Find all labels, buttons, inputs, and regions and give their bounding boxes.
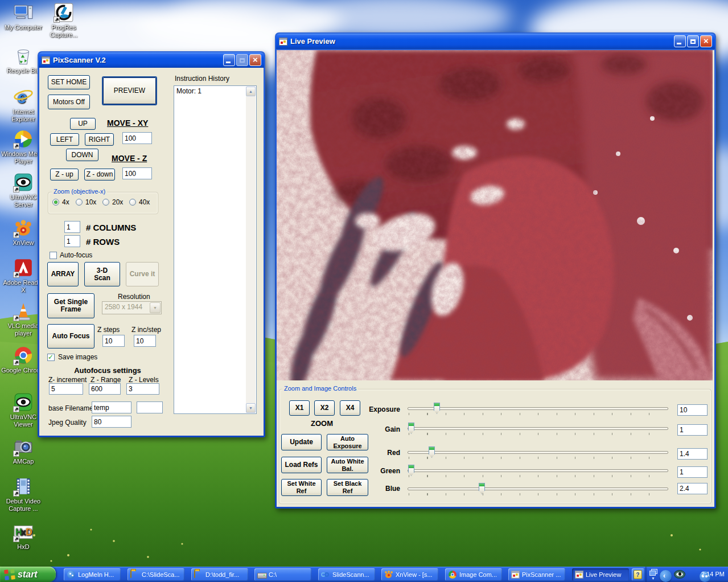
pixscanner-title-bar[interactable]: PixScanner V.2 [39,52,264,68]
xy-step-input[interactable] [122,132,152,144]
exposure-value-input[interactable] [677,404,708,416]
taskbar-item-live-preview[interactable]: Live Preview [572,568,629,581]
taskbar-item-slidescann[interactable]: SlideScann... [318,568,375,581]
zoom-20x-radio[interactable] [102,199,109,206]
desktop-toolbar-icon[interactable] [649,569,657,575]
shortcut-arrow-icon [13,315,19,321]
red-value-input[interactable] [677,448,708,460]
set-white-ref-button[interactable]: Set White Ref [281,479,322,496]
z-range-input[interactable] [89,383,121,395]
logmein-icon [67,571,76,579]
pixscanner-app-icon [42,56,50,64]
desktop-icon-debut-video-capture[interactable]: Debut Video Capture ... [1,476,46,513]
taskbar-item-c-drive[interactable]: C:\ [254,568,311,581]
instruction-history-scrollbar[interactable] [246,87,256,413]
resolution-value: 2580 x 1944 [105,303,142,311]
hide-tray-icons-button[interactable]: ‹ [660,570,672,582]
instruction-history-item[interactable]: Motor: 1 [174,86,256,96]
auto-focus-button[interactable]: Auto Focus [47,324,94,349]
red-slider-track[interactable] [408,451,668,454]
taskbar-item-label: PixScanner ... [522,571,561,578]
base-filename-input[interactable] [92,401,131,413]
zoom-x2-button[interactable]: X2 [314,400,335,416]
columns-input[interactable] [64,221,80,233]
update-button[interactable]: Update [281,434,322,450]
get-single-frame-button[interactable]: Get Single Frame [47,293,94,318]
scroll-up-icon[interactable] [246,87,256,96]
load-refs-button[interactable]: Load Refs [281,457,322,473]
move-xy-label: MOVE - XY [107,118,148,128]
taskbar-item-xnview[interactable]: XnView - [s... [381,568,438,581]
taskbar-item-image-com[interactable]: Image Com... [445,568,502,581]
green-value-input[interactable] [677,466,708,478]
move-right-button[interactable]: RIGHT [85,133,114,146]
green-slider-track[interactable] [408,469,668,472]
zoom-10x-label: 10x [85,198,96,206]
gain-value-input[interactable] [677,424,708,436]
z-steps-input[interactable] [102,335,125,347]
base-filename-label: base Filename [48,404,93,412]
taskbar-item-c-slidesca[interactable]: C:\SlideSca... [127,568,184,581]
google-chrome-icon [13,345,34,366]
z-up-button[interactable]: Z - up [50,169,79,181]
gain-slider-track[interactable] [408,427,668,430]
taskbar-item-logmein[interactable]: LogMeIn H... [64,568,121,581]
z-levels-label: Z - Levels [129,376,159,384]
close-button[interactable] [700,35,712,47]
taskbar-item-help[interactable]: ? [632,568,644,581]
blue-value-input[interactable] [677,483,708,494]
base-filename-extra-input[interactable] [137,401,163,413]
maximize-button[interactable] [687,35,699,47]
array-button[interactable]: ARRAY [47,262,79,286]
desktop-icon-hxd[interactable]: HxD HxD [1,522,46,551]
move-up-button[interactable]: UP [70,118,96,130]
auto-exposure-button[interactable]: Auto Exposure [327,434,368,450]
desktop-icon-progres-capture[interactable]: ProgRes Capture... [42,2,86,39]
close-button[interactable] [249,54,261,66]
z-inc-step-label: Z inc/step [131,326,161,334]
instruction-history-list[interactable]: Motor: 1 [174,85,257,414]
jpeg-quality-label: Jpeg Quality [48,419,87,427]
scroll-down-icon[interactable] [246,403,256,413]
z-increment-label: Z- increment [48,376,87,384]
folder-icon [194,571,203,579]
toolbar-expand-chevron-icon[interactable]: ▼ [651,576,655,580]
z-step-input[interactable] [122,167,152,179]
blue-slider-ticks [409,493,666,495]
exposure-slider-track[interactable] [408,407,668,410]
minimize-button[interactable] [223,54,235,66]
rows-input[interactable] [64,235,80,247]
zoom-4x-radio[interactable] [52,199,59,206]
blue-slider-label: Blue [349,485,400,493]
desktop-icon-my-computer[interactable]: My Computer [1,2,46,31]
z-down-button[interactable]: Z - down [84,169,115,181]
minimize-button[interactable] [674,35,686,47]
auto-focus-checkbox[interactable] [50,252,57,259]
taskbar-item-d-todd-fir[interactable]: D:\todd_fir... [191,568,248,581]
jpeg-quality-input[interactable] [92,416,131,428]
move-left-button[interactable]: LEFT [50,133,79,146]
set-home-button[interactable]: SET HOME [48,75,90,89]
shortcut-arrow-icon [13,450,19,457]
live-preview-title-bar[interactable]: Live Preview [276,34,715,49]
z-increment-input[interactable] [49,383,83,395]
3d-scan-button[interactable]: 3-D Scan [84,262,120,286]
xnview-icon [384,571,393,579]
save-images-checkbox[interactable] [47,354,55,361]
preview-button[interactable]: PREVIEW [102,76,157,105]
z-levels-input[interactable] [126,383,159,395]
taskbar-clock[interactable]: 2:14 PM [701,571,725,577]
desktop-icon-amcap[interactable]: AMCap [1,436,46,465]
zoom-40x-radio[interactable] [129,199,136,206]
z-inc-step-input[interactable] [134,335,156,347]
zoom-10x-radio[interactable] [76,199,83,206]
green-slider-ticks [409,475,666,477]
motors-off-button[interactable]: Motors Off [48,95,90,109]
ultravnc-tray-icon[interactable] [674,570,685,579]
blue-slider-track[interactable] [408,487,668,490]
pixscanner-client-area: SET HOME Motors Off PREVIEW UP MOVE - XY… [39,68,264,436]
zoom-x1-button[interactable]: X1 [289,400,310,416]
move-down-button[interactable]: DOWN [66,149,98,161]
start-button[interactable]: start [0,567,56,582]
taskbar-item-pixscanner[interactable]: PixScanner ... [508,568,565,581]
